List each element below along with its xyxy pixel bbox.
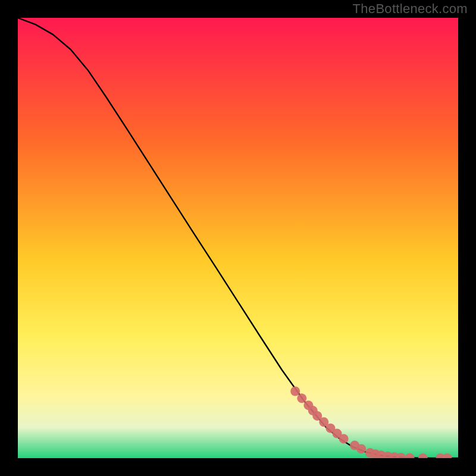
marker-point (339, 434, 349, 443)
watermark-text: TheBottleneck.com (353, 1, 468, 17)
marker-point (297, 393, 306, 403)
gradient-background (18, 18, 458, 458)
plot-area (18, 18, 458, 458)
marker-point (290, 387, 300, 396)
plot-svg (18, 18, 458, 458)
chart-stage: TheBottleneck.com (0, 0, 476, 476)
marker-point (356, 444, 366, 453)
